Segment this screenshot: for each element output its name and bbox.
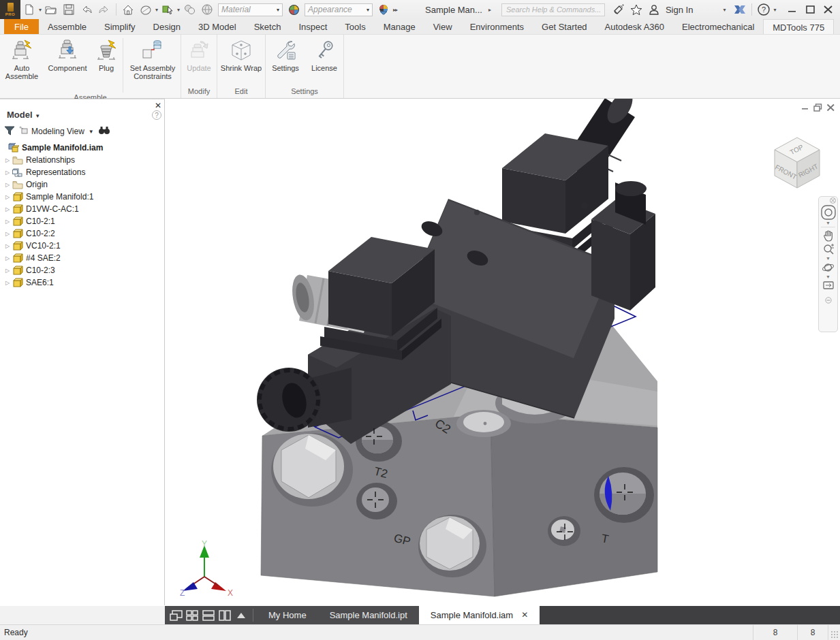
help-icon[interactable]: ? [756, 2, 772, 17]
tree-item-sae6-1[interactable]: ▷ SAE6:1 [0, 276, 164, 289]
doc-title-arrow-icon[interactable]: ▸ [488, 7, 491, 13]
expand-arrow-icon[interactable]: ▷ [3, 268, 12, 274]
new-file-icon[interactable] [21, 2, 37, 17]
tab-autodesk-a360[interactable]: Autodesk A360 [596, 19, 673, 34]
doc-restore-icon[interactable] [811, 102, 824, 112]
tile-grid-icon[interactable] [184, 606, 200, 624]
sign-in-dropdown-icon[interactable]: ▾ [723, 7, 726, 13]
expand-arrow-icon[interactable]: ▷ [3, 255, 12, 261]
tree-item-representations[interactable]: ▷ Representations [0, 166, 164, 178]
tab-design[interactable]: Design [144, 19, 189, 34]
new-file-dropdown-icon[interactable]: ▾ [39, 7, 42, 13]
expand-arrow-icon[interactable]: ▷ [3, 243, 12, 249]
port-gp-bore[interactable] [362, 487, 389, 512]
expand-arrow-icon[interactable]: ▷ [3, 182, 12, 188]
tab-inspect[interactable]: Inspect [290, 19, 336, 34]
tab-tools[interactable]: Tools [336, 19, 374, 34]
material-combo[interactable]: Material ▾ [218, 3, 283, 16]
appearance-sphere-icon[interactable] [138, 2, 154, 17]
doc-minimize-icon[interactable] [798, 102, 811, 112]
doc-close-icon[interactable] [824, 102, 837, 112]
grouped-spheres-icon[interactable] [181, 2, 198, 17]
zoom-icon[interactable] [822, 243, 835, 255]
satellite-icon[interactable] [610, 2, 627, 17]
doc-tab-close-icon[interactable]: ✕ [521, 606, 528, 624]
save-icon[interactable] [61, 2, 77, 17]
undo-icon[interactable] [78, 2, 95, 17]
shrink-wrap-button[interactable]: Shrink Wrap [217, 37, 265, 86]
tree-item-4-sae-2[interactable]: ▷ #4 SAE:2 [0, 252, 164, 264]
favorites-star-icon[interactable] [628, 2, 644, 17]
tree-item-d1vw-c-ac-1[interactable]: ▷ D1VW-C-AC:1 [0, 203, 164, 215]
select-component-icon[interactable] [159, 2, 176, 17]
search-binoculars-icon[interactable] [98, 125, 110, 138]
component-button[interactable]: Component [44, 37, 91, 86]
modeling-view-icon[interactable] [19, 125, 29, 138]
tab-simplify[interactable]: Simplify [95, 19, 144, 34]
tab-manage[interactable]: Manage [375, 19, 424, 34]
zoom-dropdown-icon[interactable]: ▼ [826, 256, 830, 261]
redo-icon[interactable] [96, 2, 112, 17]
navigation-wheel-icon[interactable] [821, 205, 836, 220]
tab-environments[interactable]: Environments [461, 19, 533, 34]
expand-arrow-icon[interactable]: ▷ [3, 170, 12, 176]
browser-title[interactable]: Model ▼ [7, 110, 40, 120]
tree-item-c10-2-2[interactable]: ▷ C10-2:2 [0, 227, 164, 240]
tab-view[interactable]: View [424, 19, 461, 34]
tree-item-origin[interactable]: ▷ Origin [0, 178, 164, 191]
expand-arrow-icon[interactable]: ▷ [3, 280, 12, 286]
license-button[interactable]: License [305, 37, 343, 86]
doc-tab-sample-manifold-iam[interactable]: Sample Manifold.iam✕ [419, 606, 540, 624]
navbar-close-icon[interactable] [830, 197, 836, 204]
expand-arrow-icon[interactable]: ▷ [3, 219, 12, 225]
tree-item-assembly-root[interactable]: ▷ Sample Manifold.iam [0, 142, 164, 154]
expand-strip-icon[interactable] [233, 606, 249, 624]
doc-tab-my-home[interactable]: My Home [257, 606, 318, 624]
cascade-windows-icon[interactable] [168, 606, 184, 624]
tab-mdtools-775[interactable]: MDTools 775 [763, 19, 834, 34]
settings-button[interactable]: Settings [266, 37, 305, 86]
color-wheel-icon[interactable] [285, 2, 302, 17]
open-file-icon[interactable] [43, 2, 59, 17]
tree-item-relationships[interactable]: ▷ Relationships [0, 154, 164, 166]
minimize-button[interactable] [783, 2, 801, 17]
adjust-appearance-icon[interactable] [375, 2, 392, 17]
tree-item-sample-manifold-1[interactable]: ▷ Sample Manifold:1 [0, 191, 164, 203]
set-assembly-constraints-button[interactable]: Set Assembly Constraints [125, 37, 181, 86]
tab-get-started[interactable]: Get Started [533, 19, 595, 34]
modeling-view-label[interactable]: Modeling View [31, 127, 84, 136]
navbar-customize-icon[interactable] [825, 297, 832, 304]
tab-file[interactable]: File [4, 19, 39, 34]
toolbar-overflow-icon[interactable]: ▸▸ [393, 7, 397, 13]
help-dropdown-icon[interactable]: ▾ [773, 7, 776, 13]
filter-funnel-icon[interactable] [4, 125, 15, 138]
auto-assemble-button[interactable]: Auto Assemble [0, 37, 44, 86]
browser-close-icon[interactable]: ✕ [155, 101, 161, 110]
modeling-view-dropdown-icon[interactable]: ▼ [89, 129, 94, 135]
expand-arrow-icon[interactable]: ▷ [3, 231, 12, 237]
appearance-dropdown-icon[interactable]: ▾ [155, 7, 158, 13]
manifold-3d-model[interactable]: C2 T2 GP T [165, 99, 840, 606]
tree-item-c10-2-3[interactable]: ▷ C10-2:3 [0, 264, 164, 276]
tree-item-c10-2-1[interactable]: ▷ C10-2:1 [0, 215, 164, 227]
tab-electromechanical[interactable]: Electromechanical [673, 19, 763, 34]
orbit-icon[interactable] [822, 261, 835, 274]
close-button[interactable] [819, 2, 837, 17]
search-input[interactable] [501, 3, 605, 16]
resize-grip[interactable] [830, 630, 839, 639]
tile-vertical-icon[interactable] [217, 606, 233, 624]
exchange-apps-icon[interactable] [732, 2, 748, 17]
user-icon[interactable] [646, 2, 662, 17]
expand-arrow-icon[interactable]: ▷ [3, 157, 12, 163]
orbit-dropdown-icon[interactable]: ▼ [826, 274, 830, 279]
home-icon[interactable] [120, 2, 136, 17]
pan-hand-icon[interactable] [822, 229, 835, 242]
view-cube[interactable]: TOP FRONT RIGHT [768, 129, 826, 192]
tile-horizontal-icon[interactable] [200, 606, 217, 624]
tree-item-vc10-2-1[interactable]: ▷ VC10-2:1 [0, 240, 164, 252]
select-dropdown-icon[interactable]: ▾ [177, 7, 180, 13]
sign-in-label[interactable]: Sign In [666, 5, 693, 15]
maximize-button[interactable] [801, 2, 819, 17]
doc-tab-sample-manifold-ipt[interactable]: Sample Manifold.ipt [318, 606, 419, 624]
valve-end-front[interactable] [591, 219, 630, 310]
